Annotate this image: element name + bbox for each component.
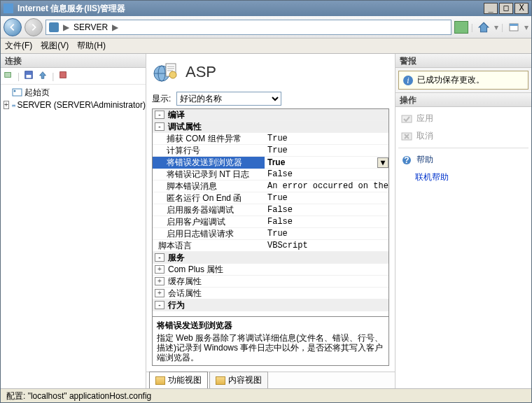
prop-row[interactable]: 脚本错误消息An error occurred on the [153,181,388,192]
close-button[interactable]: X [514,3,528,14]
help-icon: ? [401,155,412,165]
prop-row[interactable]: 启用服务器端调试False [153,204,388,216]
cat-behavior: 行为 [167,299,388,311]
tab-content-view[interactable]: 内容视图 [209,372,268,388]
connections-tree: 起始页 + SERVER (SERVER\Administrator) [1,85,146,388]
desc-title: 将错误发送到浏览器 [157,320,384,332]
menu-help[interactable]: 帮助(H) [77,40,106,52]
tools-button[interactable] [506,20,522,35]
tab-features-view[interactable]: 功能视图 [149,372,208,388]
action-cancel: 取消 [398,129,528,143]
tree-server-label: SERVER (SERVER\Administrator) [17,100,146,110]
cat-session: 会话属性 [167,288,388,299]
app-icon [4,3,13,13]
window-titlebar: Internet 信息服务(IIS)管理器 _ □ X [1,1,531,16]
expand-icon[interactable]: + [155,265,164,274]
prop-row[interactable]: 启用日志错误请求True [153,228,388,240]
display-select[interactable]: 好记的名称 [176,92,281,106]
window-title: Internet 信息服务(IIS)管理器 [18,3,482,15]
server-icon [12,100,16,110]
svg-point-7 [14,90,16,92]
up-icon[interactable] [38,70,48,82]
svg-rect-4 [27,75,31,78]
property-grid[interactable]: -编译 -调试属性 捕获 COM 组件异常True 计算行号True 将错误发送… [152,108,389,317]
prop-row[interactable]: 脚本语言VBScript [153,240,388,252]
status-bar: 配置: "localhost" applicationHost.config [1,388,531,402]
maximize-button[interactable]: □ [499,3,513,14]
connect-icon[interactable] [4,70,13,82]
tree-server-node[interactable]: + SERVER (SERVER\Administrator) [1,99,146,111]
cat-debug: 调试属性 [167,121,388,133]
connections-toolbar: | | [1,68,146,85]
svg-rect-5 [60,72,66,78]
svg-rect-9 [13,105,15,106]
connections-panel: 连接 | | 起始页 + SERVER (SERVER\Administrato… [1,54,146,388]
action-apply: 应用 [398,111,528,126]
expand-icon[interactable]: + [4,101,9,109]
cat-services: 服务 [167,252,388,264]
action-help[interactable]: ? 帮助 [398,153,528,167]
display-label: 显示: [152,93,171,105]
breadcrumb[interactable]: ▶ SERVER ▶ [46,20,451,35]
svg-point-13 [169,71,176,78]
collapse-icon[interactable]: - [155,111,164,119]
alerts-header: 警报 [396,54,531,68]
view-tabs: 功能视图 内容视图 [146,372,395,388]
prop-row[interactable]: 匿名运行 On End 函True [153,192,388,204]
feature-title: ASP [186,63,216,81]
status-text: 配置: "localhost" applicationHost.config [6,391,151,401]
menu-view[interactable]: 视图(V) [41,40,69,52]
chevron-right-icon: ▶ [62,22,71,32]
expand-icon[interactable]: + [155,289,164,297]
start-page-icon [12,87,23,97]
cat-complus: Com Plus 属性 [167,264,388,276]
svg-text:?: ? [404,155,409,165]
chevron-right-icon: ▶ [111,22,120,32]
collapse-icon[interactable]: - [155,122,164,131]
feature-panel: ASP 显示: 好记的名称 -编译 -调试属性 捕获 COM 组件异常True … [146,54,396,388]
save-icon[interactable] [24,70,34,82]
svg-rect-2 [5,73,11,78]
alert-message: i 已成功保存更改。 [398,71,528,90]
collapse-icon[interactable]: - [155,301,164,309]
back-button[interactable] [4,18,22,36]
action-online-help[interactable]: 联机帮助 [398,170,528,185]
home-button[interactable] [476,20,491,35]
prop-row[interactable]: 捕获 COM 组件异常True [153,133,388,145]
breadcrumb-server[interactable]: SERVER [74,22,108,32]
prop-row[interactable]: 将错误记录到 NT 日志False [153,169,388,181]
cat-cache: 缓存属性 [167,276,388,288]
stop-icon[interactable] [58,70,68,82]
apply-icon [401,114,412,124]
cat-compile: 编译 [167,109,388,121]
menu-bar: 文件(F) 视图(V) 帮助(H) [1,38,531,54]
actions-panel: 警报 i 已成功保存更改。 操作 应用 取消 ? [396,54,531,388]
prop-row[interactable]: 启用客户端调试False [153,216,388,228]
forward-button[interactable] [24,18,43,36]
expand-icon[interactable]: + [155,277,164,285]
property-description: 将错误发送到浏览器 指定 Web 服务器除了将调试详细信息(文件名、错误、行号、… [152,317,389,366]
dropdown-icon[interactable]: ▾ [377,157,388,168]
connections-header: 连接 [1,54,146,68]
svg-rect-6 [13,89,22,96]
server-icon [49,22,59,32]
info-icon: i [403,76,413,85]
refresh-button[interactable] [454,21,468,34]
collapse-icon[interactable]: - [155,253,164,262]
tree-start-page-label: 起始页 [24,87,50,99]
menu-file[interactable]: 文件(F) [5,40,32,52]
tree-start-page[interactable]: 起始页 [1,86,146,99]
desc-body: 指定 Web 服务器除了将调试详细信息(文件名、错误、行号、描述)记录到 Win… [157,333,384,362]
minimize-button[interactable]: _ [484,3,498,14]
asp-icon [152,59,177,85]
nav-toolbar: ▶ SERVER ▶ | ▾ | ▾ [1,16,531,38]
actions-header: 操作 [396,93,531,107]
features-icon [155,376,165,385]
cancel-icon [401,132,412,141]
svg-rect-1 [510,24,518,26]
content-icon [216,376,225,385]
svg-rect-14 [402,115,412,122]
prop-row-selected[interactable]: 将错误发送到浏览器True▾ [153,157,388,169]
prop-row[interactable]: 计算行号True [153,145,388,157]
